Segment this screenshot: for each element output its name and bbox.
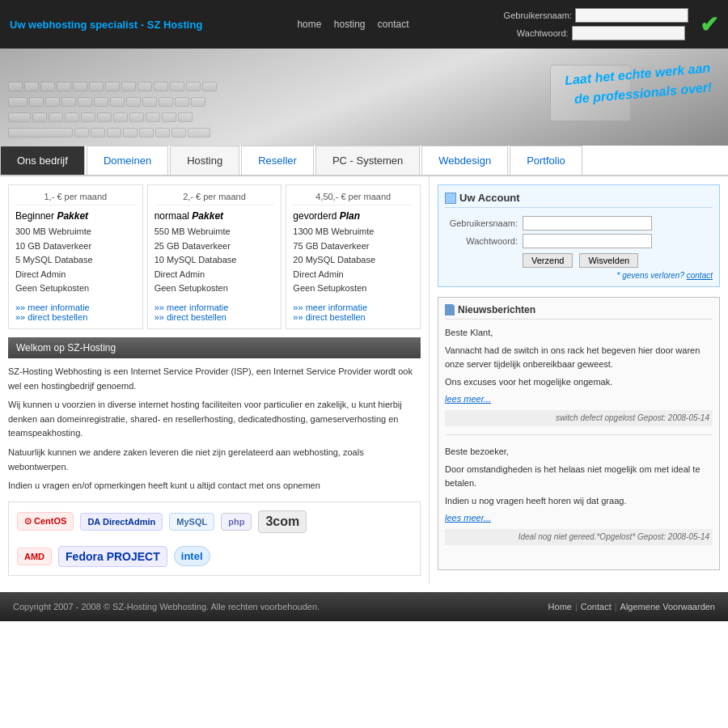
plan-gevorderd-info-link[interactable]: meer informatie	[293, 303, 413, 312]
plan-normaal: 2,- € per maand normaal Pakket 550 MB We…	[147, 184, 282, 329]
about-p4: Indien u vragen en/of opmerkingen heeft …	[8, 479, 421, 493]
navigation-tabs: Ons bedrijf Domeinen Hosting Reseller PC…	[0, 146, 728, 176]
nav-contact[interactable]: contact	[378, 19, 409, 30]
tab-webdesign[interactable]: Webdesign	[421, 146, 508, 175]
plan-normaal-links: meer informatie direct bestellen	[154, 303, 275, 322]
header-username-label: Gebruikersnaam:	[504, 11, 572, 20]
plan-gevorderd-order-link[interactable]: direct bestellen	[293, 312, 413, 322]
header-tagline-text: Uw webhosting specialist -	[10, 19, 147, 31]
logo-amd: AMD	[17, 548, 52, 565]
news-item-1-body1: Vannacht had de switch in ons rack het b…	[445, 344, 713, 372]
footer-link-contact[interactable]: Contact	[581, 602, 612, 612]
news-item-1-body2: Ons excuses voor het mogelijke ongemak.	[445, 375, 713, 390]
plan-beginner-name: Beginner Pakket	[15, 210, 136, 222]
plan-beginner-links: meer informatie direct bestellen	[15, 303, 136, 322]
welcome-title: Welkom op SZ-Hosting	[16, 342, 116, 353]
header: Uw webhosting specialist - SZ Hosting ho…	[0, 0, 728, 49]
partner-logos: ⊙ CentOS DA DirectAdmin MySQL php 3com A…	[8, 502, 421, 576]
news-item-2-more-link[interactable]: lees meer...	[445, 513, 491, 523]
news-header: Nieuwsberichten	[445, 304, 713, 320]
footer-link-home[interactable]: Home	[548, 602, 572, 612]
logo-mysql: MySQL	[169, 513, 214, 531]
logo-3com: 3com	[258, 510, 307, 533]
about-p1: SZ-Hosting Webhosting is een Internet Se…	[8, 365, 421, 393]
uw-account-icon	[445, 193, 456, 204]
plan-normaal-features: 550 MB Webruimte25 GB Dataverkeer10 MySQ…	[154, 225, 275, 296]
header-nav: home hosting contact	[292, 19, 413, 30]
uw-account-username-row: Gebruikersnaam:	[445, 216, 713, 231]
news-item-2-meta: Ideal nog niet gereed.*Opgelost* Gepost:…	[445, 529, 713, 545]
footer-copyright: Copyright 2007 - 2008 © SZ-Hosting Webho…	[13, 602, 320, 612]
news-item-2-body2: Indien u nog vragen heeft horen wij dat …	[445, 494, 713, 509]
uw-account-box: Uw Account Gebruikersnaam: Wachtwoord: V…	[438, 184, 720, 287]
uw-account-send-button[interactable]: Verzend	[523, 253, 573, 268]
tab-domeinen[interactable]: Domeinen	[87, 146, 168, 175]
plan-beginner-order-link[interactable]: direct bestellen	[15, 312, 136, 322]
about-text: SZ-Hosting Webhosting is een Internet Se…	[8, 365, 421, 493]
uw-account-username-label: Gebruikersnaam:	[445, 218, 518, 228]
tab-pc-systemen[interactable]: PC - Systemen	[315, 146, 420, 175]
plan-beginner-price: 1,- € per maand	[15, 192, 136, 205]
header-brand: SZ Hosting	[147, 19, 203, 31]
news-item-1-more-link[interactable]: lees meer...	[445, 394, 491, 404]
nav-hosting[interactable]: hosting	[334, 19, 366, 30]
plan-beginner-info-link[interactable]: meer informatie	[15, 303, 136, 312]
tab-reseller[interactable]: Reseller	[241, 146, 314, 175]
nav-home[interactable]: home	[297, 19, 321, 30]
news-icon	[445, 304, 455, 315]
plan-beginner-features: 300 MB Webruimte10 GB Dataverkeer5 MySQL…	[15, 225, 136, 296]
plan-beginner: 1,- € per maand Beginner Pakket 300 MB W…	[8, 184, 143, 329]
logo-centos: ⊙ CentOS	[17, 512, 74, 531]
left-column: 1,- € per maand Beginner Pakket 300 MB W…	[0, 176, 429, 584]
tab-portfolio[interactable]: Portfolio	[510, 146, 582, 175]
uw-account-password-row: Wachtwoord:	[445, 234, 713, 248]
uw-account-username-input[interactable]	[523, 216, 652, 231]
plan-normaal-price: 2,- € per maand	[154, 192, 275, 205]
uw-account-title: Uw Account	[459, 192, 520, 204]
plan-gevorderd-features: 1300 MB Webruimte75 GB Dataverkeer20 MyS…	[293, 225, 413, 296]
uw-account-clear-button[interactable]: Wisvelden	[579, 253, 638, 268]
news-item-2-body1: Door omstandigheden is het helaas niet m…	[445, 463, 713, 491]
header-password-label: Wachtwoord:	[504, 28, 569, 38]
uw-account-forgot: * gevens verloren? contact	[445, 271, 713, 280]
tab-ons-bedrijf[interactable]: Ons bedrijf	[0, 146, 85, 175]
welcome-box: Welkom op SZ-Hosting	[8, 337, 421, 358]
uw-account-password-label: Wachtwoord:	[445, 236, 518, 246]
hosting-plans: 1,- € per maand Beginner Pakket 300 MB W…	[8, 184, 421, 329]
uw-account-password-input[interactable]	[523, 234, 652, 248]
logo-intel: intel	[174, 546, 210, 566]
news-item-1: Beste Klant, Vannacht had de switch in o…	[445, 326, 713, 435]
plan-normaal-order-link[interactable]: direct bestellen	[154, 312, 275, 322]
footer: Copyright 2007 - 2008 © SZ-Hosting Webho…	[0, 592, 728, 621]
header-login-form: Gebruikersnaam: Wachtwoord:	[504, 8, 688, 40]
main-content: 1,- € per maand Beginner Pakket 300 MB W…	[0, 176, 728, 584]
plan-gevorderd-name: gevorderd Plan	[293, 210, 413, 222]
tab-hosting[interactable]: Hosting	[170, 146, 239, 175]
news-item-2: Beste bezoeker, Door omstandigheden is h…	[445, 445, 713, 553]
about-p2: Wij kunnen u voorzien in diverse interne…	[8, 398, 421, 441]
logo-php: php	[221, 513, 252, 531]
news-title: Nieuwsberichten	[458, 304, 535, 315]
uw-account-forgot-link[interactable]: contact	[687, 271, 713, 280]
plan-gevorderd-links: meer informatie direct bestellen	[293, 303, 413, 322]
uw-account-header: Uw Account	[445, 192, 713, 208]
plan-gevorderd: 4,50,- € per maand gevorderd Plan 1300 M…	[286, 184, 421, 329]
news-box: Nieuwsberichten Beste Klant, Vannacht ha…	[438, 297, 720, 570]
plan-normaal-name: normaal Pakket	[154, 210, 275, 222]
about-p3: Natuurlijk kunnen we andere zaken levere…	[8, 446, 421, 474]
footer-link-voorwaarden[interactable]: Algemene Voorwaarden	[620, 602, 715, 612]
header-submit-icon[interactable]: ✔	[700, 11, 718, 38]
header-username-input[interactable]	[575, 8, 688, 23]
hero-banner: Laat het echte werk aan de professionals…	[0, 49, 728, 146]
plan-gevorderd-price: 4,50,- € per maand	[293, 192, 413, 205]
header-password-input[interactable]	[572, 26, 685, 40]
footer-links: Home | Contact | Algemene Voorwaarden	[548, 602, 715, 612]
news-item-1-salute: Beste Klant,	[445, 326, 713, 341]
news-item-1-meta: switch defect opgelost Gepost: 2008-05-1…	[445, 410, 713, 426]
right-column: Uw Account Gebruikersnaam: Wachtwoord: V…	[429, 176, 728, 584]
header-tagline: Uw webhosting specialist - SZ Hosting	[10, 19, 202, 31]
uw-account-buttons: Verzend Wisvelden	[523, 253, 713, 268]
logo-fedora: Fedora PROJECT	[58, 546, 167, 567]
news-item-2-salute: Beste bezoeker,	[445, 445, 713, 459]
plan-normaal-info-link[interactable]: meer informatie	[154, 303, 275, 312]
